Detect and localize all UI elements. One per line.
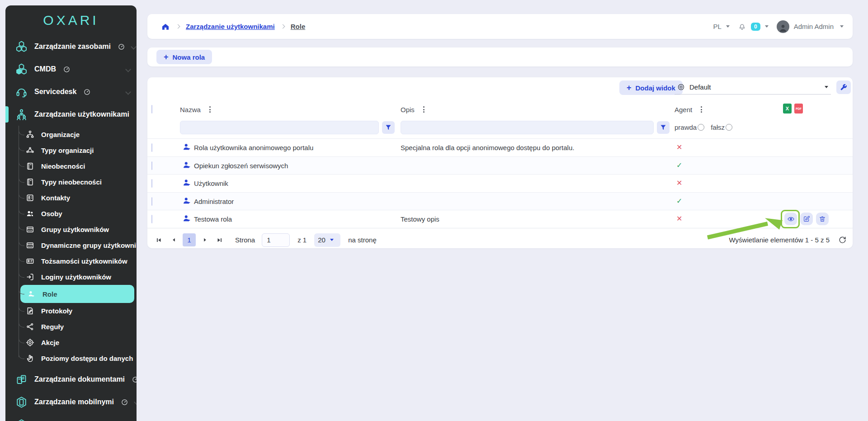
column-menu-icon[interactable] xyxy=(699,105,703,114)
page-input[interactable] xyxy=(262,233,290,247)
next-page-button[interactable] xyxy=(199,234,211,246)
sidebar-subitem-tozsamosci[interactable]: Tożsamości użytkowników xyxy=(5,253,137,269)
per-page-select[interactable]: 20 xyxy=(314,233,340,247)
items-summary: Wyświetlanie elementów 1 - 5 z 5 xyxy=(729,236,830,244)
table-row[interactable]: Testowa rola Testowy opis ✕ xyxy=(147,210,853,228)
sidebar-subitem-poziomy-dostepu[interactable]: Poziomy dostępu do danych xyxy=(5,350,137,366)
table-row[interactable]: Opiekun zgłoszeń serwisowych ✓ xyxy=(147,156,853,175)
breadcrumb-separator xyxy=(176,24,180,29)
view-select[interactable]: Default xyxy=(675,80,831,95)
mobile-icon xyxy=(15,396,28,408)
sidebar-subitem-role[interactable]: Role xyxy=(20,285,134,303)
column-header-agent[interactable]: Agent xyxy=(675,106,692,114)
row-checkbox[interactable] xyxy=(151,161,152,170)
user-name[interactable]: Admin Admin xyxy=(794,23,834,30)
first-page-button[interactable] xyxy=(153,234,165,246)
select-all-checkbox[interactable] xyxy=(151,105,152,114)
notification-badge[interactable]: 0 xyxy=(751,23,760,31)
name-filter-input[interactable] xyxy=(180,121,379,134)
pagination-bar: 1 Strona z 1 20 na stronę Wyświetlanie e… xyxy=(147,232,853,248)
chevron-down-icon xyxy=(330,239,334,241)
table-row[interactable]: Administrator ✓ xyxy=(147,192,853,210)
table-row[interactable]: Użytkownik ✕ xyxy=(147,174,853,192)
sidebar-item-cmdb[interactable]: CMDB xyxy=(5,58,137,80)
funnel-icon xyxy=(385,124,392,131)
share-nodes-icon xyxy=(26,322,34,331)
language-selector[interactable]: PL xyxy=(713,23,722,30)
funnel-icon xyxy=(660,124,666,131)
sidebar-subitem-reguly[interactable]: Reguły xyxy=(5,319,137,335)
column-header-nazwa[interactable]: Nazwa xyxy=(180,106,201,114)
bell-icon[interactable] xyxy=(738,22,746,31)
role-user-icon xyxy=(182,161,192,170)
row-checkbox[interactable] xyxy=(151,143,152,152)
sidebar-subitem-typy-organizacji[interactable]: Typy organizacji xyxy=(5,142,137,158)
role-description: Testowy opis xyxy=(401,215,439,223)
agent-false-radio[interactable] xyxy=(726,124,732,131)
sidebar-subitem-nieobecnosci[interactable]: Nieobecności xyxy=(5,158,137,174)
name-filter-button[interactable] xyxy=(382,121,395,134)
sidebar-item-zarzadzanie-mobilnymi[interactable]: Zarządzanie mobilnymi xyxy=(5,391,137,413)
last-page-button[interactable] xyxy=(214,234,226,246)
page-number-button[interactable]: 1 xyxy=(183,233,196,246)
sidebar-subitem-typy-nieobecnosci[interactable]: Typy nieobecności xyxy=(5,174,137,190)
sidebar-subitem-akcje[interactable]: Akcje xyxy=(5,335,137,350)
per-page-label: na stronę xyxy=(348,236,377,244)
description-filter-button[interactable] xyxy=(657,121,670,134)
gauge-icon xyxy=(118,43,125,50)
chevron-down-icon[interactable] xyxy=(726,25,730,28)
sidebar-subitem-loginy[interactable]: Loginy użytkowników xyxy=(5,269,137,285)
table-row[interactable]: Rola użytkownika anonimowego portalu Spe… xyxy=(147,138,853,156)
breadcrumb-parent-link[interactable]: Zarządzanie użytkownikami xyxy=(186,23,275,30)
sidebar-subitem-osoby[interactable]: Osoby xyxy=(5,206,137,222)
avatar[interactable] xyxy=(777,20,789,33)
chevron-down-icon xyxy=(125,66,131,72)
chevron-down-icon xyxy=(134,399,137,405)
sidebar-item-ustawienia[interactable]: Ustawienia xyxy=(5,413,137,421)
add-view-button[interactable]: + Dodaj widok xyxy=(619,80,683,95)
export-excel-icon[interactable]: X xyxy=(783,104,792,114)
row-checkbox[interactable] xyxy=(151,197,152,206)
sidebar-subitem-dynamiczne-grupy[interactable]: Dynamiczne grupy użytkowników xyxy=(5,237,137,253)
column-header-opis[interactable]: Opis xyxy=(401,106,415,114)
chevron-down-icon[interactable] xyxy=(840,25,844,28)
sidebar-subitem-grupy-uzytkownikow[interactable]: Grupy użytkowników xyxy=(5,222,137,237)
sidebar-item-servicedesk[interactable]: Servicedesk xyxy=(5,80,137,103)
sidebar-subnav: Organizacje Typy organizacji Nieobecnośc… xyxy=(5,126,137,368)
people-icon xyxy=(26,209,34,218)
oxari-logo: OXARI xyxy=(5,5,137,35)
sidebar-item-label: Zarządzanie dokumentami xyxy=(34,375,125,383)
column-menu-icon[interactable] xyxy=(208,105,212,114)
edit-role-button[interactable] xyxy=(800,213,813,225)
user-role-icon xyxy=(27,290,36,298)
network-icon xyxy=(26,146,34,155)
new-role-button[interactable]: + Nowa rola xyxy=(156,50,212,64)
view-role-button[interactable] xyxy=(784,213,797,225)
actions-bar: + Nowa rola xyxy=(147,47,853,66)
row-checkbox[interactable] xyxy=(151,179,152,188)
previous-page-button[interactable] xyxy=(168,234,179,246)
delete-role-button[interactable] xyxy=(816,213,829,225)
chevron-down-icon[interactable] xyxy=(765,25,769,28)
target-icon xyxy=(26,338,34,347)
agent-filter: prawda fałsz xyxy=(675,123,732,131)
row-checkbox[interactable] xyxy=(151,215,152,223)
agent-status: ✕ xyxy=(676,179,682,187)
sidebar-item-zarzadzanie-uzytkownikami[interactable]: Zarządzanie użytkownikami xyxy=(5,103,137,126)
sidebar-subitem-kontakty[interactable]: Kontakty xyxy=(5,190,137,206)
contact-card-icon xyxy=(26,194,34,202)
sidebar-item-zarzadzanie-dokumentami[interactable]: Zarządzanie dokumentami xyxy=(5,368,137,391)
column-menu-icon[interactable] xyxy=(422,105,426,114)
sidebar-subitem-organizacje[interactable]: Organizacje xyxy=(5,127,137,142)
home-icon[interactable] xyxy=(161,22,170,31)
description-filter-input[interactable] xyxy=(401,121,654,134)
export-pdf-icon[interactable]: PDF xyxy=(794,104,803,114)
sidebar-item-zarzadzanie-zasobami[interactable]: Zarządzanie zasobami xyxy=(5,35,137,58)
sidebar-subitem-protokoly[interactable]: Protokoły xyxy=(5,303,137,319)
breadcrumb-current[interactable]: Role xyxy=(291,23,306,30)
agent-true-radio[interactable] xyxy=(698,124,704,131)
agent-status: ✓ xyxy=(676,197,682,205)
role-name: Administrator xyxy=(194,198,234,205)
refresh-button[interactable] xyxy=(836,234,848,246)
table-settings-button[interactable] xyxy=(836,80,851,94)
